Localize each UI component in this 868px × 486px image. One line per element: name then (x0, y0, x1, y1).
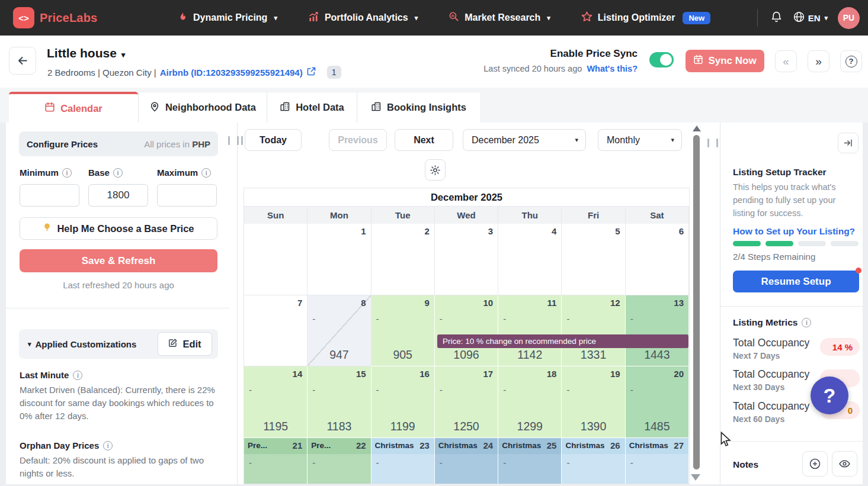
divider (720, 441, 863, 442)
info-icon[interactable] (73, 371, 82, 380)
price-sync-toggle[interactable] (649, 52, 674, 67)
toggle-knob (660, 54, 672, 66)
maximum-price-input[interactable] (157, 184, 217, 207)
airbnb-listing-link[interactable]: Airbnb (ID:1203293599255921494) (160, 67, 303, 78)
min-stay-dash: - (249, 458, 252, 468)
calendar-day-10[interactable]: 10-1096 (435, 295, 498, 367)
calendar-day-26[interactable]: Christmas26- (562, 438, 625, 485)
calendar-day-21[interactable]: Pre...21- (244, 438, 308, 485)
chevron-down-icon: ▾ (28, 340, 31, 348)
external-link-icon[interactable] (306, 66, 316, 78)
listing-meta: 2 Bedrooms | Quezon City | (47, 67, 156, 78)
listing-subtitle: 2 Bedrooms | Quezon City | Airbnb (ID:12… (47, 66, 341, 79)
tab-neighborhood-data[interactable]: Neighborhood Data (138, 92, 267, 123)
info-icon[interactable] (103, 441, 113, 450)
help-choose-base-price-button[interactable]: Help Me Choose a Base Price (20, 217, 217, 240)
weekday-mon: Mon (308, 207, 371, 224)
nav-item-market-research[interactable]: Market Research▾ (449, 11, 550, 24)
calendar-day-15[interactable]: 15-1183 (308, 366, 371, 438)
listing-count-badge[interactable]: 1 (327, 66, 341, 79)
previous-button[interactable]: Previous (329, 129, 387, 151)
calendar-day-2[interactable]: 2 (371, 224, 435, 295)
calendar-settings-button[interactable] (425, 159, 446, 181)
back-button[interactable] (9, 47, 36, 75)
chevron-down-icon: ▾ (824, 14, 828, 22)
info-icon[interactable] (62, 168, 72, 178)
scrollbar-thumb[interactable] (693, 135, 700, 469)
panel-divider[interactable] (237, 123, 238, 484)
view-notes-button[interactable] (832, 451, 857, 477)
calendar-day-17[interactable]: 17-1250 (435, 366, 498, 438)
view-mode-select[interactable]: Monthly▾ (598, 129, 682, 151)
pin-icon (149, 101, 160, 114)
day-number: 8 (361, 298, 366, 308)
calendar-day-16[interactable]: 16-1199 (371, 366, 435, 438)
sync-now-button[interactable]: Sync Now (686, 50, 764, 72)
tab-booking-insights[interactable]: Booking Insights (357, 92, 480, 123)
min-stay-dash: - (312, 385, 315, 395)
nav-item-portfolio-analytics[interactable]: Portfolio Analytics▾ (308, 11, 418, 24)
day-number: 20 (674, 369, 684, 379)
info-icon[interactable] (113, 168, 123, 178)
applied-customizations-toggle[interactable]: ▾Applied Customizations (27, 339, 136, 349)
language-selector[interactable]: EN ▾ (793, 11, 828, 25)
collapse-left-button[interactable]: « (775, 50, 797, 72)
minimum-price-input[interactable] (20, 184, 79, 207)
day-number: 7 (297, 298, 302, 308)
today-button[interactable]: Today (245, 129, 302, 151)
month-select[interactable]: December 2025▾ (463, 129, 586, 151)
calendar-day-25[interactable]: Christmas25- (498, 438, 562, 485)
next-button[interactable]: Next (395, 129, 453, 151)
calendar-day-22[interactable]: Pre...22- (308, 438, 371, 485)
nav-item-dynamic-pricing[interactable]: Dynamic Pricing▾ (178, 12, 277, 24)
day-price: 1250 (435, 420, 498, 433)
bell-icon[interactable] (770, 11, 783, 25)
calendar-day-11[interactable]: 11-1142 (498, 295, 562, 367)
calendar-day-20[interactable]: 20-1485 (626, 366, 689, 438)
pricelabs-logo[interactable]: <> PriceLabs (13, 7, 97, 28)
calendar-day-19[interactable]: 19-1390 (562, 366, 625, 438)
expand-right-button[interactable]: » (808, 50, 829, 72)
drag-handle-icon[interactable] (707, 139, 718, 147)
arrow-left-icon (17, 54, 29, 67)
scroll-up-icon[interactable] (693, 125, 701, 131)
avatar[interactable]: PU (838, 7, 860, 29)
chevron-down-icon: ▾ (415, 14, 418, 22)
drag-handle-icon[interactable] (228, 136, 239, 145)
whats-this-link[interactable]: What's this? (587, 64, 638, 73)
calendar-day-12[interactable]: 12-1331 (562, 295, 625, 367)
help-button[interactable]: ? (840, 50, 862, 72)
nav-item-listing-optimizer[interactable]: Listing OptimizerNew (581, 11, 710, 25)
save-refresh-button[interactable]: Save & Refresh (20, 249, 217, 272)
min-stay-dash: - (503, 458, 506, 468)
calendar-day-4[interactable]: 4 (498, 224, 562, 295)
calendar-day-23[interactable]: Christmas23- (371, 438, 435, 485)
calendar-day-8[interactable]: 8-947 (308, 295, 371, 367)
tab-hotel-data[interactable]: Hotel Data (267, 92, 357, 123)
setup-tracker-description: This helps you track what's pending to f… (733, 181, 854, 220)
edit-customizations-button[interactable]: Edit (158, 332, 212, 356)
calendar-day-24[interactable]: Christmas24- (435, 438, 498, 485)
info-icon[interactable] (802, 318, 811, 327)
calendar-day-5[interactable]: 5 (562, 224, 625, 295)
calendar-day-18[interactable]: 18-1299 (498, 366, 562, 438)
calendar-day-13[interactable]: 13-1443 (626, 295, 689, 367)
info-icon[interactable] (201, 168, 211, 178)
help-fab-button[interactable]: ? (811, 376, 848, 414)
add-note-button[interactable] (802, 451, 828, 477)
collapse-panel-button[interactable] (838, 133, 859, 153)
base-price-input[interactable] (88, 184, 148, 207)
calendar-day-7[interactable]: 7 (244, 295, 308, 367)
day-number: 9 (425, 298, 430, 308)
calendar-day-9[interactable]: 9-905 (371, 295, 435, 367)
calendar-day-27[interactable]: Christmas27- (626, 438, 689, 485)
calendar-day-14[interactable]: 14-1195 (244, 366, 308, 438)
calendar-day-1[interactable]: 1 (308, 224, 371, 295)
calendar-day-6[interactable]: 6 (626, 224, 689, 295)
resume-setup-button[interactable]: Resume Setup (733, 271, 859, 292)
setup-guide-link[interactable]: How to Set up Your Listing? (733, 226, 855, 237)
scroll-down-icon[interactable] (691, 474, 700, 481)
calendar-day-3[interactable]: 3 (435, 224, 498, 295)
page-title[interactable]: Little house ▾ (47, 46, 125, 60)
tab-calendar[interactable]: Calendar (9, 92, 138, 123)
